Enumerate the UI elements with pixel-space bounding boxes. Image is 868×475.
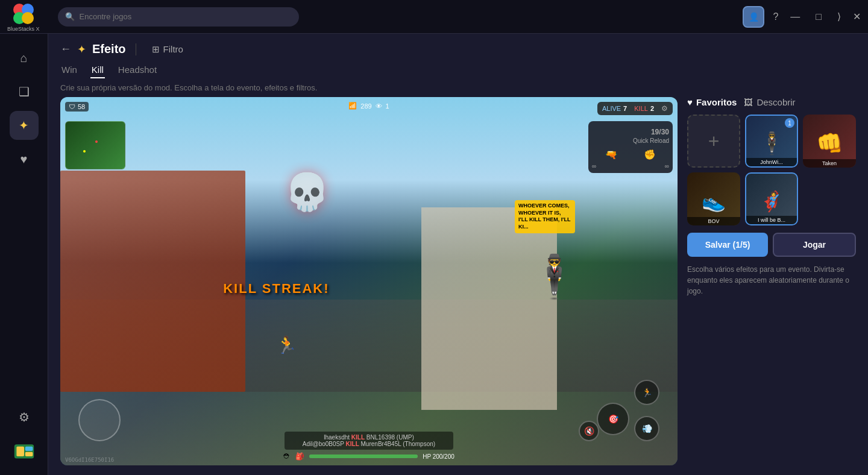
sidebar-item-settings[interactable]: ⚙ — [10, 403, 39, 432]
jump-button[interactable]: 🏃 — [634, 380, 659, 405]
search-icon: 🔍 — [65, 12, 75, 21]
kill-feed-line1: lhaeksdht KILL BNL16398 (UMP) — [289, 434, 448, 441]
sidebar-item-effects[interactable]: ✦ — [10, 111, 39, 140]
app-name: BlueStacks X — [7, 26, 40, 32]
tab-win[interactable]: Win — [60, 62, 78, 78]
weapon-icon-row: 🔫 ✊ — [592, 149, 669, 160]
effects-grid: + 🕴 JohnWi... 1 👊 Taken — [687, 115, 856, 225]
search-bar[interactable]: 🔍 — [58, 7, 299, 27]
back-button[interactable]: ← — [60, 43, 71, 55]
svg-rect-7 — [25, 452, 33, 456]
hp-bar-bg — [309, 455, 418, 458]
action-buttons: Salvar (1/5) Jogar — [687, 233, 856, 257]
fist-icon: ✊ — [644, 149, 656, 160]
right-panel-header: ♥ Favoritos 🖼 Descobrir — [687, 97, 856, 107]
effect-card-johnwick[interactable]: 🕴 JohnWi... 1 — [745, 115, 798, 168]
help-button[interactable]: ? — [773, 11, 778, 22]
search-input[interactable] — [80, 12, 292, 21]
game-top-center: 📶 289 👁 1 — [348, 102, 389, 110]
tab-headshot[interactable]: Headshot — [117, 62, 158, 78]
sidebar-logo-bottom — [10, 436, 39, 465]
back-nav-button[interactable]: ⟩ — [834, 10, 844, 24]
content-row: 🛡 58 📶 289 👁 1 ALIVE — [48, 97, 868, 475]
weapon-name: Quick Reload — [592, 137, 669, 144]
helmet-icon: ⛑ — [283, 452, 291, 461]
discover-icon: 🖼 — [744, 97, 753, 107]
heart-label-icon: ♥ — [687, 97, 693, 107]
willbe-label: I will be B... — [746, 216, 797, 224]
kill-label: KILL — [634, 105, 648, 112]
game-top-left: 🛡 58 — [65, 102, 89, 112]
johnwick-avatar: 🕴 — [758, 131, 785, 156]
maximize-button[interactable]: □ — [812, 10, 825, 24]
game-bottom: lhaeksdht KILL BNL16398 (UMP) Adil@bo0B0… — [65, 432, 673, 461]
description-text: Escolha vários efeitos para um evento. D… — [687, 264, 856, 297]
taken-avatar: 👊 — [816, 131, 843, 156]
game-screenshot: 🛡 58 📶 289 👁 1 ALIVE — [60, 97, 678, 465]
ammo-infinity: ∞ ∞ — [592, 163, 669, 169]
player-character: 🏃 — [276, 335, 297, 355]
alive-section: ALIVE 7 — [602, 105, 627, 112]
left-sidebar: ⌂ ❑ ✦ ♥ ⚙ — [0, 34, 48, 475]
backpack-icon: 🎒 — [295, 452, 304, 461]
avatar-icon: 👤 — [749, 12, 759, 22]
effect-card-bov[interactable]: 👟 BOV — [687, 172, 740, 225]
game-preview: 🛡 58 📶 289 👁 1 ALIVE — [60, 97, 678, 465]
logo-area: BlueStacks X — [7, 2, 40, 32]
kill-streak-text: KILL STREAK! — [223, 281, 329, 297]
kill-word-2: KILL — [346, 441, 359, 447]
sidebar-item-library[interactable]: ❑ — [10, 77, 39, 106]
page-header: ← ✦ Efeito ⊞ Filtro Win Kill Headshot — [48, 34, 868, 97]
save-button[interactable]: Salvar (1/5) — [687, 233, 768, 257]
bov-avatar: 👟 — [702, 190, 726, 213]
page-title: Efeito — [92, 42, 126, 56]
page-subtitle: Crie sua própria versão do mod. Escolha … — [60, 83, 856, 92]
shield-badge-icon: 🛡 — [69, 103, 75, 110]
kill-streak-area: KILL STREAK! — [223, 281, 329, 297]
alive-label: ALIVE — [602, 105, 621, 112]
filter-button[interactable]: ⊞ Filtro — [152, 44, 183, 55]
sidebar-item-favorites[interactable]: ♥ — [10, 145, 39, 174]
minimap-dot-enemy — [83, 150, 86, 153]
sidebar-item-home[interactable]: ⌂ — [10, 43, 39, 72]
title-bar: BlueStacks X 🔍 👤 ? — □ ⟩ ✕ — [0, 0, 868, 34]
character-icon: 🕴 — [528, 256, 580, 298]
settings-icon: ⚙ — [19, 410, 30, 424]
shoot-button[interactable]: 🎯 — [597, 403, 629, 435]
add-effect-card[interactable]: + — [687, 115, 740, 168]
filter-label: Filtro — [163, 44, 183, 54]
weapon-ammo: 19/30 — [592, 125, 669, 137]
hp-bar-fill — [309, 455, 418, 458]
kill-value: 2 — [650, 105, 654, 112]
right-panel: ♥ Favoritos 🖼 Descobrir + 🕴 — [687, 97, 856, 465]
effects-icon: ✦ — [19, 118, 29, 133]
title-divider — [136, 43, 136, 55]
effect-card-willbe[interactable]: 🦸 I will be B... — [745, 172, 798, 225]
character-overlay: 🕴 — [527, 189, 581, 298]
johnwick-label: JohnWi... — [746, 158, 797, 166]
play-button[interactable]: Jogar — [773, 233, 856, 257]
game-id: V6OGdI16E750I16 — [65, 457, 114, 463]
game-badge: 🛡 58 — [65, 102, 89, 112]
library-icon: ❑ — [19, 84, 30, 99]
svg-rect-6 — [25, 447, 33, 451]
breadcrumb-row: ← ✦ Efeito ⊞ Filtro — [60, 42, 856, 56]
kill-section: KILL 2 — [634, 105, 654, 112]
signal-value: 289 — [360, 102, 371, 110]
discover-button[interactable]: 🖼 Descobrir — [744, 97, 795, 107]
kill-word-1: KILL — [351, 434, 365, 441]
shoot-icon: 🎯 — [608, 414, 618, 424]
main-layout: ⌂ ❑ ✦ ♥ ⚙ ← ✦ — [0, 34, 868, 475]
minimap — [65, 121, 125, 169]
run-icon: 🏃 — [642, 388, 652, 397]
svg-rect-5 — [16, 447, 24, 456]
settings-game-icon[interactable]: ⚙ — [661, 104, 668, 113]
close-button[interactable]: ✕ — [853, 11, 861, 22]
taken-label: Taken — [803, 159, 856, 168]
heart-icon: ♥ — [20, 153, 28, 166]
minimize-button[interactable]: — — [787, 10, 804, 24]
tab-kill[interactable]: Kill — [90, 62, 105, 78]
effect-card-taken[interactable]: 👊 Taken — [803, 115, 856, 168]
user-avatar[interactable]: 👤 — [743, 6, 764, 28]
ammo-divider: /30 — [659, 128, 669, 136]
